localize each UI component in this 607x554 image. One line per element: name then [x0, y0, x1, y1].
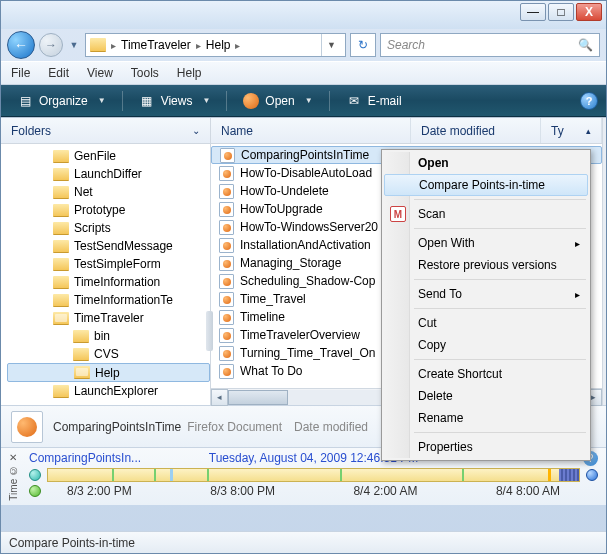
timeline-close-button[interactable]: ✕	[9, 452, 17, 463]
tree-item[interactable]: TestSendMessage	[7, 237, 210, 255]
menu-tools[interactable]: Tools	[131, 66, 159, 80]
tree-item-label: GenFile	[74, 149, 116, 163]
search-icon: 🔍	[578, 38, 593, 52]
email-button[interactable]: ✉ E-mail	[338, 89, 410, 113]
tree-item[interactable]: GenFile	[7, 147, 210, 165]
cm-send-to[interactable]: Send To▸	[384, 283, 588, 305]
submenu-arrow-icon: ▸	[575, 289, 580, 300]
tree-item[interactable]: Net	[7, 183, 210, 201]
cm-restore[interactable]: Restore previous versions	[384, 254, 588, 276]
file-type-icon	[11, 411, 43, 443]
search-input[interactable]: Search 🔍	[380, 33, 600, 57]
folder-icon	[73, 330, 89, 343]
back-button[interactable]: ←	[7, 31, 35, 59]
timeline-tick-label: 8/3 2:00 PM	[67, 484, 132, 498]
tree-item[interactable]: LaunchExplorer	[7, 382, 210, 400]
document-icon	[219, 184, 234, 199]
cm-cut[interactable]: Cut	[384, 312, 588, 334]
tree-item[interactable]: LaunchDiffer	[7, 165, 210, 183]
open-button[interactable]: Open ▼	[235, 89, 320, 113]
open-label: Open	[265, 94, 294, 108]
folders-header-label: Folders	[11, 124, 51, 138]
column-date[interactable]: Date modified	[411, 118, 541, 143]
file-name: InstallationAndActivation	[240, 238, 371, 252]
refresh-button[interactable]: ↻	[350, 33, 376, 57]
address-dropdown[interactable]: ▼	[321, 34, 341, 56]
forward-button[interactable]: →	[39, 33, 63, 57]
help-button[interactable]: ?	[580, 92, 598, 110]
details-filename: ComparingPointsInTime	[53, 420, 181, 434]
tree-item[interactable]: TimeInformationTe	[7, 291, 210, 309]
timeline-tick	[170, 469, 173, 481]
tree-item[interactable]: CVS	[7, 345, 210, 363]
timeline-marker-start[interactable]	[29, 469, 41, 481]
organize-icon: ▤	[17, 93, 33, 109]
cm-shortcut[interactable]: Create Shortcut	[384, 363, 588, 385]
cm-open-with[interactable]: Open With▸	[384, 232, 588, 254]
tree-item-label: CVS	[94, 347, 119, 361]
tree-item[interactable]: TimeTraveler	[7, 309, 210, 327]
timeline-now-marker[interactable]	[548, 469, 551, 481]
menu-file[interactable]: File	[11, 66, 30, 80]
minimize-button[interactable]: —	[520, 3, 546, 21]
views-button[interactable]: ▦ Views ▼	[131, 89, 219, 113]
breadcrumb-item[interactable]: Help	[206, 38, 231, 52]
close-button[interactable]: X	[576, 3, 602, 21]
context-menu: Open Compare Points-in-time M Scan Open …	[381, 149, 591, 461]
breadcrumb-item[interactable]: TimeTraveler	[121, 38, 191, 52]
firefox-icon	[243, 93, 259, 109]
file-name: Time_Travel	[240, 292, 306, 306]
tree-item-label: TimeInformation	[74, 275, 160, 289]
cm-scan[interactable]: M Scan	[384, 203, 588, 225]
cm-open[interactable]: Open	[384, 152, 588, 174]
timeline-strip[interactable]	[47, 468, 580, 482]
cm-rename[interactable]: Rename	[384, 407, 588, 429]
tree-item[interactable]: TestSimpleForm	[7, 255, 210, 273]
organize-button[interactable]: ▤ Organize ▼	[9, 89, 114, 113]
tree-item[interactable]: Prototype	[7, 201, 210, 219]
cm-compare[interactable]: Compare Points-in-time	[384, 174, 588, 196]
document-icon	[219, 274, 234, 289]
cm-delete[interactable]: Delete	[384, 385, 588, 407]
tree-item[interactable]: bin	[7, 327, 210, 345]
column-name[interactable]: Name	[211, 118, 411, 143]
document-icon	[219, 328, 234, 343]
folders-header[interactable]: Folders ⌄	[1, 118, 210, 144]
document-icon	[219, 202, 234, 217]
cm-copy[interactable]: Copy	[384, 334, 588, 356]
timeline-marker-end[interactable]	[586, 469, 598, 481]
email-label: E-mail	[368, 94, 402, 108]
timeline-filename: ComparingPointsIn...	[29, 451, 141, 465]
file-name: Scheduling_Shadow-Cop	[240, 274, 375, 288]
views-icon: ▦	[139, 93, 155, 109]
maximize-icon: □	[557, 5, 564, 19]
menu-help[interactable]: Help	[177, 66, 202, 80]
folder-icon	[53, 240, 69, 253]
tree-item-label: bin	[94, 329, 110, 343]
scroll-thumb[interactable]	[228, 390, 288, 405]
menu-edit[interactable]: Edit	[48, 66, 69, 80]
tree-item[interactable]: TimeInformation	[7, 273, 210, 291]
address-bar[interactable]: ▸ TimeTraveler ▸ Help ▸ ▼	[85, 33, 346, 57]
tree-item-label: Prototype	[74, 203, 125, 217]
context-menu-separator	[414, 199, 586, 200]
scroll-left-arrow[interactable]: ◂	[211, 389, 228, 406]
chevron-up-icon: ▴	[586, 126, 591, 136]
toolbar-separator	[226, 91, 227, 111]
timeline-tick	[112, 469, 114, 481]
column-type[interactable]: Ty▴	[541, 118, 602, 143]
nav-history-dropdown[interactable]: ▼	[67, 35, 81, 55]
timeline-marker-green[interactable]	[29, 485, 41, 497]
cm-properties[interactable]: Properties	[384, 436, 588, 458]
document-icon	[219, 292, 234, 307]
maximize-button[interactable]: □	[548, 3, 574, 21]
chevron-down-icon: ▼	[301, 96, 313, 105]
close-icon: X	[585, 5, 593, 19]
document-icon	[220, 148, 235, 163]
tree-item[interactable]: Scripts	[7, 219, 210, 237]
vertical-scrollbar[interactable]	[602, 118, 606, 405]
tree-item-label: Net	[74, 185, 93, 199]
tree-item-label: LaunchExplorer	[74, 384, 158, 398]
tree-item[interactable]: Help	[7, 363, 210, 382]
menu-view[interactable]: View	[87, 66, 113, 80]
